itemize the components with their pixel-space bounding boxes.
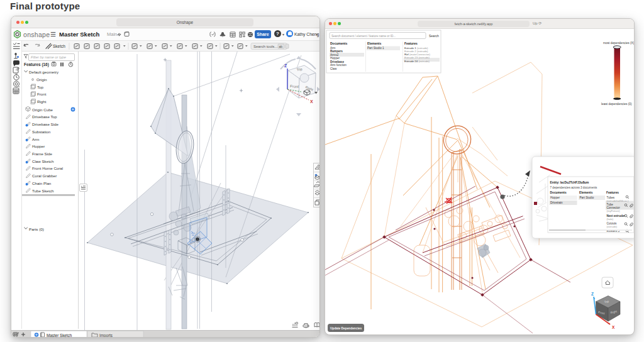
svg-text:Part Studio 1: Part Studio 1 bbox=[367, 47, 384, 50]
svg-text:Origin Cube: Origin Cube bbox=[32, 107, 53, 111]
svg-text:Claw: Claw bbox=[330, 67, 337, 70]
svg-text:Tube Sketch: Tube Sketch bbox=[32, 188, 54, 192]
svg-text:Coral Grabber: Coral Grabber bbox=[32, 174, 57, 178]
svg-text:X: X bbox=[310, 99, 313, 104]
svg-text:Elements: Elements bbox=[367, 41, 381, 45]
svg-text:Top: Top bbox=[37, 84, 44, 89]
svg-text:7 dependencies across 3 docume: 7 dependencies across 3 documents bbox=[550, 186, 598, 189]
svg-text:least dependencies (0): least dependencies (0) bbox=[601, 102, 632, 106]
svg-text:Part Studio: Part Studio bbox=[580, 196, 594, 199]
svg-text:Extrude 2 (extrude): Extrude 2 (extrude) bbox=[404, 50, 428, 53]
svg-text:Top: Top bbox=[296, 67, 303, 72]
svg-text:Search tools...: Search tools... bbox=[253, 44, 278, 48]
svg-text:Search document / element / fe: Search document / element / feature name… bbox=[331, 35, 396, 38]
svg-text:(extrude): (extrude) bbox=[607, 225, 618, 228]
svg-text:Right: Right bbox=[37, 99, 47, 104]
svg-text:Sketch: Sketch bbox=[53, 44, 65, 48]
svg-text:Elements: Elements bbox=[579, 191, 593, 194]
svg-text:Drivebase Top: Drivebase Top bbox=[32, 114, 57, 119]
svg-text:Hopper: Hopper bbox=[330, 57, 340, 60]
svg-text:Documents: Documents bbox=[550, 191, 567, 194]
svg-text:Features (16): Features (16) bbox=[24, 62, 49, 67]
svg-text:Origin: Origin bbox=[36, 77, 47, 81]
svg-text:Search: Search bbox=[429, 34, 439, 38]
svg-text:Front Home Coral: Front Home Coral bbox=[32, 166, 63, 170]
svg-text:Frame Side: Frame Side bbox=[32, 152, 53, 156]
svg-text:Imports: Imports bbox=[99, 333, 113, 338]
svg-text:most dependencies (X): most dependencies (X) bbox=[603, 41, 635, 45]
svg-text:Bumpers: Bumpers bbox=[330, 50, 343, 53]
svg-text:Extrude 1 (extrude): Extrude 1 (extrude) bbox=[404, 47, 428, 50]
svg-text:Master Sketch: Master Sketch bbox=[47, 333, 72, 338]
svg-text:Features: Features bbox=[606, 191, 619, 194]
svg-text:Arm: Arm bbox=[330, 47, 336, 50]
svg-text:Armv2: Armv2 bbox=[330, 53, 339, 57]
svg-text:Drivebase: Drivebase bbox=[330, 60, 344, 63]
svg-text:Chain Plan: Chain Plan bbox=[32, 181, 52, 185]
svg-text:Z: Z bbox=[284, 63, 287, 68]
svg-text:Documents: Documents bbox=[330, 41, 347, 45]
svg-text:Features: Features bbox=[404, 41, 418, 45]
svg-text:Arm function: Arm function bbox=[330, 63, 347, 67]
svg-text:X: X bbox=[612, 325, 615, 329]
svg-text:(extrudeInd34cus.): (extrudeInd34cus.) bbox=[607, 199, 630, 202]
svg-text:Default geometry: Default geometry bbox=[29, 70, 59, 74]
svg-text:Extrude 24 (extrude): Extrude 24 (extrude) bbox=[404, 60, 430, 63]
svg-text:Substation: Substation bbox=[32, 129, 51, 133]
svg-text:Entity: IacDuJTcHFJ3u8um: Entity: IacDuJTcHFJ3u8um bbox=[550, 181, 589, 184]
svg-text:Front: Front bbox=[290, 84, 299, 89]
svg-text:Claw Sketch: Claw Sketch bbox=[32, 158, 54, 163]
svg-text:Z: Z bbox=[591, 292, 594, 296]
svg-text:Hopper: Hopper bbox=[32, 144, 45, 148]
svg-text:(myFixture): (myFixture) bbox=[607, 209, 621, 212]
svg-text:Filter by name or type: Filter by name or type bbox=[31, 55, 67, 59]
svg-text:Drivetrain: Drivetrain bbox=[550, 201, 563, 204]
svg-text:Drivebase Side: Drivebase Side bbox=[32, 122, 59, 126]
svg-text:Ref (mateConnector): Ref (mateConnector) bbox=[404, 53, 431, 56]
svg-text:Parts (0): Parts (0) bbox=[29, 226, 44, 231]
svg-text:Update Dependencies: Update Dependencies bbox=[330, 327, 362, 330]
svg-text:Extrude 23 (extrude): Extrude 23 (extrude) bbox=[404, 56, 430, 59]
svg-text:ab: ab bbox=[279, 44, 283, 48]
svg-text:Front: Front bbox=[37, 92, 47, 96]
svg-text:(hole): (hole) bbox=[607, 218, 614, 221]
svg-text:Arm: Arm bbox=[32, 136, 39, 141]
svg-text:Hopper: Hopper bbox=[550, 196, 560, 199]
